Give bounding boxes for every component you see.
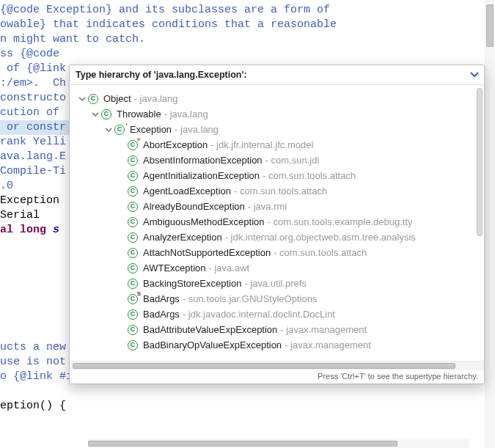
class-name: AWTException <box>143 262 206 273</box>
class-name: BadBinaryOpValueExpException <box>143 339 282 350</box>
editor-horizontal-scrollbar[interactable] <box>88 439 469 448</box>
class-icon <box>127 155 139 166</box>
class-name: Exception <box>130 124 172 135</box>
package-name: - javax.management <box>285 339 371 350</box>
editor-vertical-scrollbar[interactable] <box>485 0 495 448</box>
expand-toggle[interactable] <box>77 95 87 103</box>
class-icon <box>127 247 139 259</box>
package-name: - com.sun.jdi <box>265 155 320 166</box>
tree-node[interactable]: AWTException - java.awt <box>77 260 484 276</box>
popup-body: Object - java.langThrowable - java.lang›… <box>70 85 484 361</box>
type-hierarchy-tree[interactable]: Object - java.langThrowable - java.lang›… <box>70 85 484 353</box>
class-badge: › <box>125 122 128 128</box>
class-icon: F <box>127 139 139 151</box>
tree-node[interactable]: BadAttributeValueExpException - javax.ma… <box>77 322 484 337</box>
package-name: - jdk.internal.org.objectweb.asm.tree.an… <box>225 232 416 243</box>
class-icon <box>127 262 139 274</box>
class-icon <box>127 170 139 182</box>
class-name: AlreadyBoundException <box>143 201 245 212</box>
scrollbar-thumb[interactable] <box>73 363 455 369</box>
tree-node[interactable]: AgentLoadException - com.sun.tools.attac… <box>77 183 484 199</box>
tree-node[interactable]: ›Exception - java.lang <box>77 122 484 137</box>
package-name: - java.util.prefs <box>244 278 307 289</box>
package-name: - java.lang <box>175 124 219 135</box>
code-line: eption() { <box>0 399 484 414</box>
tree-node[interactable]: Throwable - java.lang <box>77 106 484 122</box>
package-name: - java.rmi <box>248 201 287 212</box>
class-icon <box>127 278 139 290</box>
popup-title: Type hierarchy of 'java.lang.Exception': <box>76 70 247 80</box>
tree-node[interactable]: AnalyzerException - jdk.internal.org.obj… <box>77 229 484 245</box>
class-name: Object <box>103 93 131 104</box>
chevron-down-icon <box>92 111 99 118</box>
class-icon <box>127 186 139 197</box>
class-icon <box>127 232 139 243</box>
chevron-down-icon <box>469 70 480 80</box>
class-icon <box>127 201 139 213</box>
expand-toggle[interactable] <box>90 111 100 118</box>
package-name: - javax.management <box>280 324 367 335</box>
code-line: ss {@code <box>0 47 484 62</box>
tree-node[interactable]: AbsentInformationException - com.sun.jdi <box>77 153 484 168</box>
package-name: - com.sun.tools.attach <box>234 186 327 197</box>
tree-node[interactable]: Object - java.lang <box>77 91 484 106</box>
popup-menu-button[interactable] <box>469 70 480 80</box>
class-name: AttachNotSupportedException <box>143 247 271 258</box>
package-name: - java.lang <box>134 93 178 104</box>
scrollbar-thumb[interactable] <box>88 441 397 447</box>
class-name: BackingStoreException <box>143 278 241 289</box>
class-badge: F <box>137 137 141 143</box>
class-badge: S <box>137 291 141 297</box>
package-name: - com.sun.tools.attach <box>263 170 356 181</box>
package-name: - com.sun.tools.attach <box>274 247 367 258</box>
class-name: BadArgs <box>143 293 180 304</box>
expand-toggle[interactable] <box>103 126 114 133</box>
class-icon <box>127 216 139 228</box>
class-name: AmbiguousMethodException <box>143 216 265 227</box>
type-hierarchy-popup: Type hierarchy of 'java.lang.Exception':… <box>69 65 485 384</box>
tree-node[interactable]: AlreadyBoundException - java.rmi <box>77 199 484 214</box>
tree-vertical-scrollbar[interactable] <box>477 88 483 293</box>
class-name: AgentInitializationException <box>143 170 260 181</box>
package-name: - com.sun.tools.example.debug.tty <box>268 216 413 227</box>
class-name: AbortException <box>143 139 208 150</box>
class-icon <box>127 309 139 320</box>
code-line: {@code Exception} and its subclasses are… <box>0 3 484 18</box>
tree-node[interactable]: BadBinaryOpValueExpException - javax.man… <box>77 337 484 353</box>
chevron-down-icon <box>78 95 86 103</box>
class-name: BadAttributeValueExpException <box>143 324 277 335</box>
package-name: - java.lang <box>164 109 208 120</box>
tree-node[interactable]: FAbortException - jdk.jfr.internal.jfc.m… <box>77 137 484 153</box>
class-icon <box>127 339 139 351</box>
popup-horizontal-scrollbar[interactable] <box>70 361 484 370</box>
class-icon <box>127 324 139 336</box>
class-name: AgentLoadException <box>143 186 231 197</box>
class-icon <box>87 93 99 105</box>
tree-node[interactable]: AttachNotSupportedException - com.sun.to… <box>77 245 484 260</box>
tree-node[interactable]: AgentInitializationException - com.sun.t… <box>77 168 484 183</box>
package-name: - jdk.javadoc.internal.doclint.DocLint <box>183 309 335 320</box>
class-name: AnalyzerException <box>143 232 222 243</box>
chevron-down-icon <box>105 126 112 133</box>
tree-node[interactable]: AmbiguousMethodException - com.sun.tools… <box>77 214 484 229</box>
scrollbar-thumb[interactable] <box>486 4 494 47</box>
tree-node[interactable]: BackingStoreException - java.util.prefs <box>77 276 484 291</box>
tree-node[interactable]: BadArgs - jdk.javadoc.internal.doclint.D… <box>77 306 484 322</box>
code-line: owable} that indicates conditions that a… <box>0 18 484 32</box>
popup-header: Type hierarchy of 'java.lang.Exception': <box>70 65 484 85</box>
code-line <box>0 384 484 399</box>
class-icon: S <box>127 293 139 305</box>
class-name: BadArgs <box>143 309 180 320</box>
class-icon: › <box>114 124 125 136</box>
popup-hint: Press 'Ctrl+T' to see the supertype hier… <box>70 370 484 383</box>
scrollbar-thumb[interactable] <box>477 88 483 236</box>
code-line: n might want to catch. <box>0 32 484 47</box>
class-icon <box>100 109 112 120</box>
class-name: AbsentInformationException <box>143 155 263 166</box>
tree-node[interactable]: SBadArgs - sun.tools.jar.GNUStyleOptions <box>77 291 484 306</box>
package-name: - java.awt <box>209 262 250 273</box>
package-name: - sun.tools.jar.GNUStyleOptions <box>183 293 318 304</box>
package-name: - jdk.jfr.internal.jfc.model <box>210 139 313 150</box>
class-name: Throwable <box>117 109 161 120</box>
